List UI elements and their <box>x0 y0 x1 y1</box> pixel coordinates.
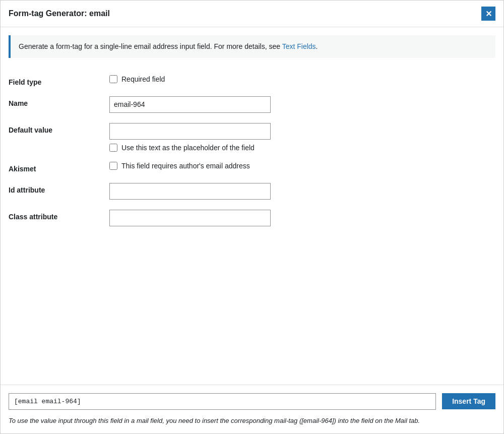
info-text: Generate a form-tag for a single-line em… <box>19 42 282 50</box>
footer-note-end: into the field on the Mail tab. <box>336 417 420 424</box>
default-value-input[interactable] <box>109 123 271 140</box>
footer-note: To use the value input through this fiel… <box>9 416 495 426</box>
dialog-footer: Insert Tag To use the value input throug… <box>1 385 503 434</box>
akismet-controls: This field requires author's email addre… <box>109 162 495 170</box>
tag-output-input[interactable] <box>9 393 436 410</box>
akismet-label: Akismet <box>9 162 109 173</box>
id-attribute-input[interactable] <box>109 183 271 200</box>
id-attribute-controls <box>109 183 495 200</box>
footer-note-tag: ([email-964]) <box>299 417 336 424</box>
name-label: Name <box>9 96 109 107</box>
class-attribute-label: Class attribute <box>9 210 109 221</box>
dialog-title: Form-tag Generator: email <box>9 9 110 18</box>
class-attribute-row: Class attribute <box>9 205 495 231</box>
tag-row: Insert Tag <box>9 393 495 410</box>
form-body: Field type Required field Name Default v… <box>1 66 503 385</box>
name-row: Name <box>9 91 495 118</box>
akismet-checkbox[interactable] <box>109 162 117 170</box>
class-attribute-input[interactable] <box>109 210 271 226</box>
required-field-checkbox[interactable] <box>109 75 117 83</box>
info-period: . <box>316 42 318 50</box>
insert-tag-button[interactable]: Insert Tag <box>442 393 495 409</box>
default-value-label: Default value <box>9 123 109 134</box>
default-value-controls: Use this text as the placeholder of the … <box>109 123 495 152</box>
field-type-label: Field type <box>9 75 109 86</box>
required-field-checkbox-label: Required field <box>121 75 165 83</box>
akismet-row: Akismet This field requires author's ema… <box>9 157 495 178</box>
footer-note-text: To use the value input through this fiel… <box>9 417 299 424</box>
placeholder-checkbox-label[interactable]: Use this text as the placeholder of the … <box>109 144 495 152</box>
class-attribute-controls <box>109 210 495 226</box>
name-input[interactable] <box>109 96 271 113</box>
field-type-controls: Required field <box>109 75 495 83</box>
akismet-checkbox-label[interactable]: This field requires author's email addre… <box>109 162 495 170</box>
info-box: Generate a form-tag for a single-line em… <box>9 35 495 58</box>
dialog-header: Form-tag Generator: email ✕ <box>1 1 503 27</box>
text-fields-link[interactable]: Text Fields <box>282 42 316 50</box>
placeholder-checkbox[interactable] <box>109 144 117 152</box>
akismet-label-text: This field requires author's email addre… <box>121 162 250 170</box>
default-value-row: Default value Use this text as the place… <box>9 118 495 157</box>
required-field-label[interactable]: Required field <box>109 75 495 83</box>
field-type-row: Field type Required field <box>9 70 495 91</box>
id-attribute-row: Id attribute <box>9 178 495 205</box>
name-controls <box>109 96 495 113</box>
id-attribute-label: Id attribute <box>9 183 109 194</box>
placeholder-label-text: Use this text as the placeholder of the … <box>121 144 255 152</box>
dialog-container: Form-tag Generator: email ✕ Generate a f… <box>0 0 504 434</box>
close-button[interactable]: ✕ <box>481 7 495 21</box>
